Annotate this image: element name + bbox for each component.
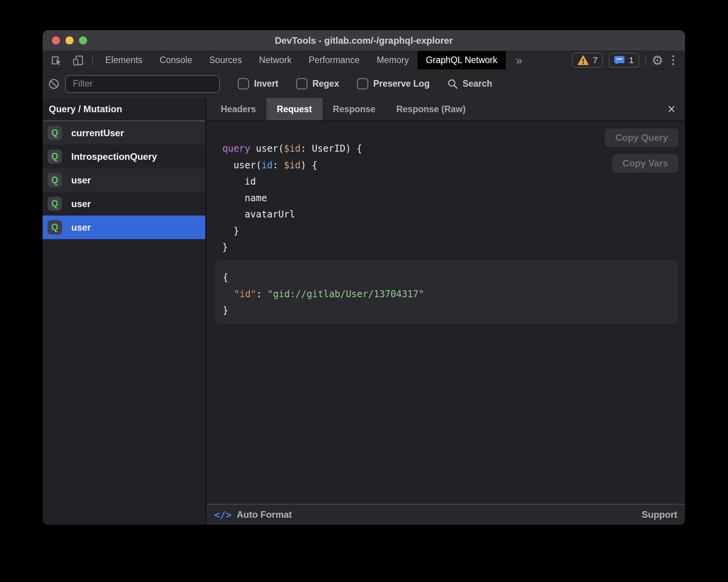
more-options-kebab-icon[interactable] [669, 55, 677, 65]
list-item[interactable]: Quser [43, 168, 205, 192]
code-line: "id": "gid://gitlab/User/13704317" [223, 286, 424, 303]
variables-box: { "id": "gid://gitlab/User/13704317"} [215, 260, 678, 324]
checkbox-label: Invert [254, 79, 278, 89]
toolbar-divider [645, 55, 646, 65]
query-type-badge: Q [48, 149, 62, 164]
query-type-badge: Q [48, 126, 62, 140]
checkbox-box[interactable] [238, 78, 249, 89]
query-type-badge: Q [48, 173, 62, 187]
issues-badge[interactable]: 1 [609, 53, 639, 68]
list-item-label: currentUser [71, 128, 124, 139]
toolbar-divider [92, 55, 93, 65]
window-title: DevTools - gitlab.com/-/graphql-explorer [43, 35, 685, 46]
settings-gear-icon[interactable]: ⚙ [652, 54, 663, 67]
copy-buttons: Copy Query Copy Vars [605, 128, 678, 173]
code-line: id [222, 173, 362, 190]
search-label: Search [462, 79, 492, 89]
checkbox-regex[interactable]: Regex [296, 78, 339, 89]
pane-footer: </> Auto Format Support [206, 504, 685, 525]
auto-format-button[interactable]: </> Auto Format [214, 509, 292, 520]
list-item[interactable]: QIntrospectionQuery [43, 145, 205, 168]
filter-checkboxes: InvertRegexPreserve Log [238, 78, 429, 89]
checkbox-box[interactable] [296, 78, 307, 89]
tab-response-raw[interactable]: Response (Raw) [386, 98, 476, 120]
copy-vars-button[interactable]: Copy Vars [612, 154, 678, 173]
code-line: } [222, 223, 362, 240]
variables-code: { "id": "gid://gitlab/User/13704317"} [223, 269, 424, 319]
screen: DevTools - gitlab.com/-/graphql-explorer [0, 0, 728, 582]
device-toolbar-icon[interactable] [72, 54, 84, 67]
tab-request[interactable]: Request [266, 98, 323, 120]
request-pane: HeadersRequestResponseResponse (Raw) × q… [206, 98, 685, 525]
query-mutation-header: Query / Mutation [43, 98, 205, 121]
tab-performance[interactable]: Performance [300, 51, 368, 69]
checkbox-label: Preserve Log [373, 79, 430, 89]
close-panel-icon[interactable]: × [663, 98, 680, 120]
clear-block-icon[interactable] [48, 78, 60, 90]
query-list: QcurrentUserQIntrospectionQueryQuserQuse… [43, 121, 205, 525]
tab-sources[interactable]: Sources [201, 51, 250, 69]
list-item[interactable]: Quser [43, 192, 205, 216]
list-item-label: user [71, 175, 91, 186]
tab-elements[interactable]: Elements [97, 51, 151, 69]
search-icon [447, 79, 458, 89]
toolbar-left-icons [43, 51, 92, 69]
toolbar-right: 7 1 ⚙ [572, 51, 685, 69]
list-item[interactable]: QcurrentUser [43, 121, 205, 145]
query-code: query user($id: UserID) { user(id: $id) … [222, 140, 362, 256]
issue-message-icon [614, 55, 625, 65]
copy-query-button[interactable]: Copy Query [605, 128, 678, 147]
list-item-label: IntrospectionQuery [71, 151, 157, 162]
tab-headers[interactable]: Headers [210, 98, 266, 120]
list-item[interactable]: Quser [43, 216, 205, 239]
more-tabs-button[interactable]: » [506, 51, 532, 69]
list-item-label: user [71, 199, 91, 209]
devtools-body: Query / Mutation QcurrentUserQIntrospect… [43, 98, 685, 525]
filter-bar: InvertRegexPreserve Log Search [43, 69, 685, 98]
request-content: query user($id: UserID) { user(id: $id) … [206, 121, 685, 504]
devtools-toolbar: ElementsConsoleSourcesNetworkPerformance… [43, 51, 685, 69]
filter-input[interactable] [65, 75, 220, 93]
tab-memory[interactable]: Memory [368, 51, 417, 69]
tab-network[interactable]: Network [251, 51, 300, 69]
checkbox-invert[interactable]: Invert [238, 78, 278, 89]
tab-graphql-network[interactable]: GraphQL Network [417, 51, 506, 69]
code-line: } [223, 302, 424, 319]
checkbox-label: Regex [312, 79, 339, 89]
inspect-element-icon[interactable] [50, 54, 63, 67]
devtools-window: DevTools - gitlab.com/-/graphql-explorer [43, 30, 685, 525]
support-link[interactable]: Support [642, 509, 677, 520]
devtools-tab-strip: ElementsConsoleSourcesNetworkPerformance… [97, 51, 506, 69]
warnings-badge[interactable]: 7 [572, 53, 603, 68]
query-sidebar: Query / Mutation QcurrentUserQIntrospect… [43, 98, 206, 525]
code-line: } [222, 239, 362, 256]
tab-response[interactable]: Response [323, 98, 386, 120]
query-type-badge: Q [48, 220, 62, 235]
tab-console[interactable]: Console [151, 51, 201, 69]
code-line: avatarUrl [222, 206, 362, 223]
auto-format-label: Auto Format [237, 509, 292, 520]
checkbox-box[interactable] [357, 78, 368, 89]
list-item-label: user [71, 222, 91, 233]
code-line: user(id: $id) { [222, 157, 362, 174]
issue-count: 1 [629, 55, 634, 65]
query-type-badge: Q [48, 197, 62, 211]
code-line: query user($id: UserID) { [222, 140, 362, 157]
code-tag-icon: </> [214, 509, 232, 520]
code-line: name [222, 190, 362, 207]
panel-tab-row: HeadersRequestResponseResponse (Raw) × [206, 98, 685, 121]
title-bar[interactable]: DevTools - gitlab.com/-/graphql-explorer [43, 30, 685, 51]
checkbox-preserve-log[interactable]: Preserve Log [357, 78, 430, 89]
warning-icon [577, 55, 589, 66]
code-line: { [223, 269, 424, 286]
panel-tab-strip: HeadersRequestResponseResponse (Raw) [210, 98, 476, 120]
warning-count: 7 [593, 55, 598, 65]
search-control[interactable]: Search [447, 79, 492, 89]
